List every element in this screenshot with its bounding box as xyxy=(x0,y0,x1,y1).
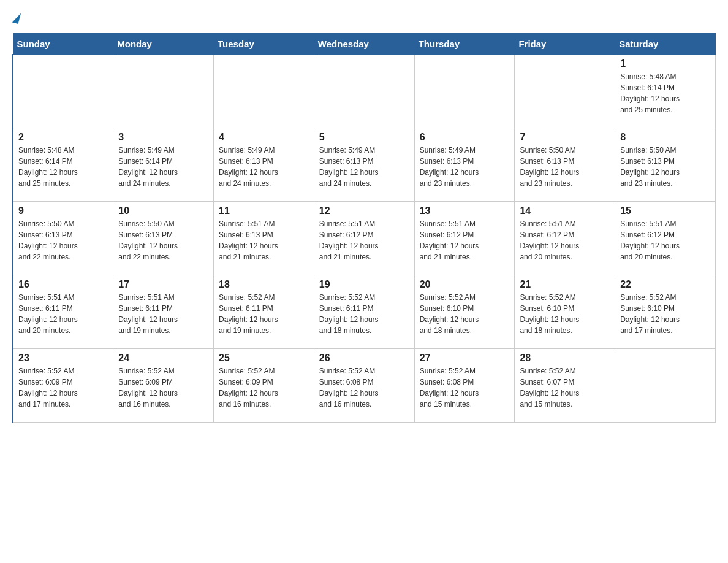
day-info: Sunrise: 5:49 AM Sunset: 6:14 PM Dayligh… xyxy=(118,145,208,189)
calendar-cell xyxy=(515,55,615,128)
day-number: 28 xyxy=(520,353,610,364)
calendar-header: SundayMondayTuesdayWednesdayThursdayFrid… xyxy=(13,34,716,55)
calendar-cell: 23Sunrise: 5:52 AM Sunset: 6:09 PM Dayli… xyxy=(13,349,113,423)
day-info: Sunrise: 5:52 AM Sunset: 6:09 PM Dayligh… xyxy=(219,366,309,410)
day-number: 6 xyxy=(420,132,510,143)
day-number: 26 xyxy=(319,353,409,364)
calendar-week-1: 1Sunrise: 5:48 AM Sunset: 6:14 PM Daylig… xyxy=(13,55,716,128)
day-number: 17 xyxy=(118,279,208,290)
day-info: Sunrise: 5:52 AM Sunset: 6:07 PM Dayligh… xyxy=(520,366,610,410)
calendar-cell xyxy=(414,55,515,128)
day-number: 1 xyxy=(620,58,710,69)
day-info: Sunrise: 5:50 AM Sunset: 6:13 PM Dayligh… xyxy=(620,145,710,189)
day-info: Sunrise: 5:52 AM Sunset: 6:10 PM Dayligh… xyxy=(620,292,710,336)
logo-triangle-icon xyxy=(12,12,21,24)
calendar-cell: 1Sunrise: 5:48 AM Sunset: 6:14 PM Daylig… xyxy=(615,55,716,128)
calendar-cell: 27Sunrise: 5:52 AM Sunset: 6:08 PM Dayli… xyxy=(414,349,515,423)
calendar-cell: 5Sunrise: 5:49 AM Sunset: 6:13 PM Daylig… xyxy=(314,128,414,202)
calendar-cell: 24Sunrise: 5:52 AM Sunset: 6:09 PM Dayli… xyxy=(113,349,214,423)
day-number: 16 xyxy=(18,279,108,290)
weekday-header-wednesday: Wednesday xyxy=(314,34,414,55)
day-number: 18 xyxy=(219,279,309,290)
day-number: 14 xyxy=(520,205,610,216)
day-number: 22 xyxy=(620,279,710,290)
logo xyxy=(12,12,20,23)
page-header xyxy=(12,12,716,23)
calendar-table: SundayMondayTuesdayWednesdayThursdayFrid… xyxy=(12,33,716,423)
calendar-cell: 17Sunrise: 5:51 AM Sunset: 6:11 PM Dayli… xyxy=(113,275,214,349)
calendar-cell: 19Sunrise: 5:52 AM Sunset: 6:11 PM Dayli… xyxy=(314,275,414,349)
day-number: 27 xyxy=(420,353,510,364)
weekday-header-sunday: Sunday xyxy=(13,34,113,55)
day-info: Sunrise: 5:52 AM Sunset: 6:10 PM Dayligh… xyxy=(420,292,510,336)
day-number: 5 xyxy=(319,132,409,143)
weekday-header-saturday: Saturday xyxy=(615,34,716,55)
calendar-cell xyxy=(615,349,716,423)
day-info: Sunrise: 5:50 AM Sunset: 6:13 PM Dayligh… xyxy=(118,218,208,262)
day-info: Sunrise: 5:48 AM Sunset: 6:14 PM Dayligh… xyxy=(18,145,108,189)
calendar-cell: 4Sunrise: 5:49 AM Sunset: 6:13 PM Daylig… xyxy=(214,128,314,202)
day-info: Sunrise: 5:51 AM Sunset: 6:11 PM Dayligh… xyxy=(18,292,108,336)
day-number: 4 xyxy=(219,132,309,143)
calendar-cell: 28Sunrise: 5:52 AM Sunset: 6:07 PM Dayli… xyxy=(515,349,615,423)
day-number: 21 xyxy=(520,279,610,290)
day-info: Sunrise: 5:51 AM Sunset: 6:12 PM Dayligh… xyxy=(520,218,610,262)
day-number: 13 xyxy=(420,205,510,216)
weekday-header-monday: Monday xyxy=(113,34,214,55)
day-info: Sunrise: 5:52 AM Sunset: 6:11 PM Dayligh… xyxy=(319,292,409,336)
day-info: Sunrise: 5:52 AM Sunset: 6:08 PM Dayligh… xyxy=(420,366,510,410)
day-info: Sunrise: 5:50 AM Sunset: 6:13 PM Dayligh… xyxy=(520,145,610,189)
calendar-cell: 14Sunrise: 5:51 AM Sunset: 6:12 PM Dayli… xyxy=(515,202,615,275)
day-number: 3 xyxy=(118,132,208,143)
weekday-header-tuesday: Tuesday xyxy=(214,34,314,55)
day-number: 11 xyxy=(219,205,309,216)
day-info: Sunrise: 5:51 AM Sunset: 6:12 PM Dayligh… xyxy=(620,218,710,262)
day-number: 20 xyxy=(420,279,510,290)
day-info: Sunrise: 5:51 AM Sunset: 6:12 PM Dayligh… xyxy=(319,218,409,262)
day-info: Sunrise: 5:48 AM Sunset: 6:14 PM Dayligh… xyxy=(620,71,710,115)
day-info: Sunrise: 5:50 AM Sunset: 6:13 PM Dayligh… xyxy=(18,218,108,262)
calendar-cell: 10Sunrise: 5:50 AM Sunset: 6:13 PM Dayli… xyxy=(113,202,214,275)
day-info: Sunrise: 5:52 AM Sunset: 6:08 PM Dayligh… xyxy=(319,366,409,410)
calendar-week-4: 16Sunrise: 5:51 AM Sunset: 6:11 PM Dayli… xyxy=(13,275,716,349)
day-info: Sunrise: 5:51 AM Sunset: 6:13 PM Dayligh… xyxy=(219,218,309,262)
day-number: 15 xyxy=(620,205,710,216)
day-info: Sunrise: 5:51 AM Sunset: 6:12 PM Dayligh… xyxy=(420,218,510,262)
calendar-week-5: 23Sunrise: 5:52 AM Sunset: 6:09 PM Dayli… xyxy=(13,349,716,423)
calendar-cell: 8Sunrise: 5:50 AM Sunset: 6:13 PM Daylig… xyxy=(615,128,716,202)
calendar-cell: 9Sunrise: 5:50 AM Sunset: 6:13 PM Daylig… xyxy=(13,202,113,275)
day-info: Sunrise: 5:49 AM Sunset: 6:13 PM Dayligh… xyxy=(420,145,510,189)
calendar-cell: 16Sunrise: 5:51 AM Sunset: 6:11 PM Dayli… xyxy=(13,275,113,349)
day-info: Sunrise: 5:51 AM Sunset: 6:11 PM Dayligh… xyxy=(118,292,208,336)
calendar-cell: 26Sunrise: 5:52 AM Sunset: 6:08 PM Dayli… xyxy=(314,349,414,423)
day-number: 9 xyxy=(18,205,108,216)
calendar-cell: 25Sunrise: 5:52 AM Sunset: 6:09 PM Dayli… xyxy=(214,349,314,423)
day-number: 10 xyxy=(118,205,208,216)
day-info: Sunrise: 5:49 AM Sunset: 6:13 PM Dayligh… xyxy=(219,145,309,189)
day-info: Sunrise: 5:52 AM Sunset: 6:11 PM Dayligh… xyxy=(219,292,309,336)
calendar-cell: 3Sunrise: 5:49 AM Sunset: 6:14 PM Daylig… xyxy=(113,128,214,202)
day-info: Sunrise: 5:52 AM Sunset: 6:09 PM Dayligh… xyxy=(18,366,108,410)
day-number: 2 xyxy=(18,132,108,143)
calendar-cell xyxy=(113,55,214,128)
day-number: 7 xyxy=(520,132,610,143)
day-number: 8 xyxy=(620,132,710,143)
calendar-cell xyxy=(214,55,314,128)
day-number: 19 xyxy=(319,279,409,290)
calendar-week-2: 2Sunrise: 5:48 AM Sunset: 6:14 PM Daylig… xyxy=(13,128,716,202)
day-number: 24 xyxy=(118,353,208,364)
calendar-cell: 18Sunrise: 5:52 AM Sunset: 6:11 PM Dayli… xyxy=(214,275,314,349)
calendar-cell: 12Sunrise: 5:51 AM Sunset: 6:12 PM Dayli… xyxy=(314,202,414,275)
day-number: 12 xyxy=(319,205,409,216)
calendar-cell xyxy=(13,55,113,128)
weekday-header-thursday: Thursday xyxy=(414,34,515,55)
day-number: 25 xyxy=(219,353,309,364)
calendar-cell: 7Sunrise: 5:50 AM Sunset: 6:13 PM Daylig… xyxy=(515,128,615,202)
weekday-header-friday: Friday xyxy=(515,34,615,55)
calendar-cell: 15Sunrise: 5:51 AM Sunset: 6:12 PM Dayli… xyxy=(615,202,716,275)
calendar-cell: 6Sunrise: 5:49 AM Sunset: 6:13 PM Daylig… xyxy=(414,128,515,202)
calendar-cell xyxy=(314,55,414,128)
day-info: Sunrise: 5:52 AM Sunset: 6:10 PM Dayligh… xyxy=(520,292,610,336)
calendar-cell: 13Sunrise: 5:51 AM Sunset: 6:12 PM Dayli… xyxy=(414,202,515,275)
day-number: 23 xyxy=(18,353,108,364)
